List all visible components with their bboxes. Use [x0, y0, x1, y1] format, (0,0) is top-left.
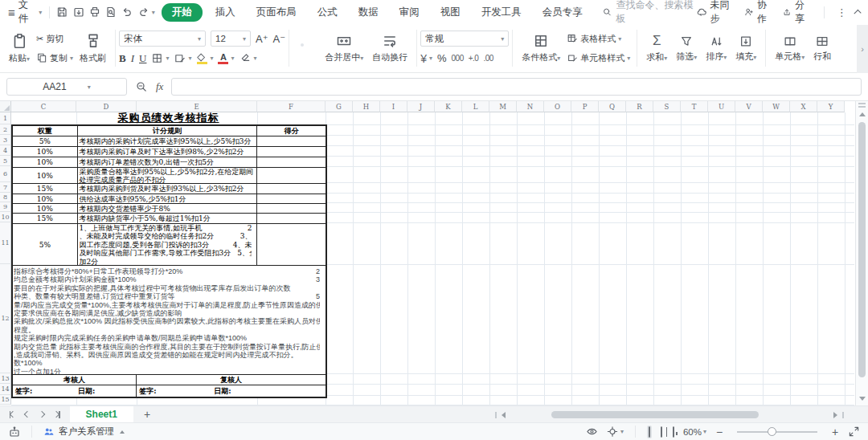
export-button[interactable]: [70, 4, 86, 20]
column-header-V[interactable]: V: [735, 101, 763, 112]
fx-icon[interactable]: fx: [156, 80, 163, 93]
score-cell[interactable]: [257, 157, 326, 167]
weight-cell[interactable]: 10%: [13, 168, 78, 183]
horizontal-scrollbar[interactable]: [494, 411, 845, 418]
row-header-4[interactable]: 4: [0, 145, 11, 156]
page-break-view-button[interactable]: [671, 426, 676, 438]
menu-tab-公式[interactable]: 公式: [309, 3, 346, 22]
rule-cell[interactable]: 考核期内采购订单及时下达率达到98%,少2%扣2分: [78, 147, 258, 157]
thousands-button[interactable]: 000: [452, 51, 464, 66]
split-handle[interactable]: [842, 412, 844, 418]
row-header-1[interactable]: 1: [0, 112, 11, 124]
column-header-X[interactable]: X: [790, 101, 817, 112]
weight-cell[interactable]: 5%: [13, 224, 78, 265]
rule-cell[interactable]: 考核期内交货差错率少于8%: [78, 204, 258, 213]
column-header-L[interactable]: L: [462, 101, 489, 112]
row-header-3[interactable]: 3: [0, 135, 11, 145]
collapse-ribbon-icon[interactable]: [854, 10, 861, 17]
split-handle[interactable]: [858, 106, 866, 108]
font-color-button[interactable]: A▾: [218, 51, 234, 66]
row-header-5[interactable]: 5: [0, 156, 11, 166]
cut-button[interactable]: ✂剪切: [36, 31, 73, 47]
column-header-O[interactable]: O: [544, 101, 571, 112]
fill-color-button[interactable]: ▾: [196, 51, 213, 66]
weight-cell[interactable]: 5%: [13, 136, 78, 146]
share-button[interactable]: 分享: [782, 0, 812, 26]
align-bottom-button[interactable]: [305, 43, 309, 47]
sheet-tab-sheet1[interactable]: Sheet1: [70, 406, 133, 422]
score-cell[interactable]: [257, 136, 326, 146]
justify-button[interactable]: [310, 51, 313, 54]
cells-button[interactable]: 单元格▾: [772, 33, 807, 64]
filter-button[interactable]: 筛选▾: [674, 33, 699, 64]
bold-button[interactable]: B: [119, 52, 126, 65]
borders-button[interactable]: ▾: [151, 51, 169, 66]
menu-tab-数据[interactable]: 数据: [350, 3, 387, 22]
column-header-W[interactable]: W: [763, 101, 790, 112]
command-search[interactable]: 查找命令、搜索模板: [602, 0, 696, 26]
paste-button[interactable]: 粘贴▾: [6, 31, 32, 66]
row-header-15[interactable]: 15: [0, 395, 11, 405]
column-header-M[interactable]: M: [489, 101, 517, 112]
column-header-P[interactable]: P: [571, 101, 599, 112]
copy-button[interactable]: 复制▾: [36, 51, 73, 66]
number-format-select[interactable]: 常规▾: [420, 31, 509, 47]
eye-protection-icon[interactable]: [585, 426, 599, 438]
score-cell[interactable]: [257, 184, 326, 194]
crm-widget[interactable]: 客户关系管理: [43, 426, 125, 438]
normal-view-button[interactable]: [647, 426, 652, 438]
rule-cell[interactable]: 供给达成率达到95%,少5%扣1分: [78, 194, 258, 203]
font-name-select[interactable]: 宋体▾: [119, 31, 206, 47]
column-header-R[interactable]: R: [626, 101, 653, 112]
row-header-10[interactable]: 10: [0, 212, 11, 222]
sheet-grid[interactable]: CDEFGHIJKLMNOPQRSTUVWXY 1234567891011121…: [0, 101, 868, 405]
score-cell[interactable]: [257, 194, 326, 203]
collaborate-button[interactable]: 协作: [743, 0, 774, 26]
score-cell[interactable]: [257, 214, 326, 223]
select-all-corner[interactable]: [0, 101, 11, 112]
examiner-cell[interactable]: 考核人: [13, 375, 137, 385]
sync-status[interactable]: 未同步: [696, 0, 735, 26]
redo-button[interactable]: [135, 4, 151, 20]
sum-button[interactable]: Σ求和▾: [644, 31, 669, 65]
formula-input[interactable]: [171, 78, 862, 96]
name-box[interactable]: AA21▾: [6, 78, 127, 96]
prev-sheet-button[interactable]: [25, 412, 30, 417]
weight-cell[interactable]: 10%: [13, 147, 78, 157]
split-handle[interactable]: [495, 412, 497, 418]
notes-cell[interactable]: 指标综合考核得分*80%+日常工作表现领导打分*20%2均总金额考核期内计划采购…: [13, 266, 326, 374]
scroll-left-icon[interactable]: [502, 412, 506, 418]
column-header-Y[interactable]: Y: [817, 101, 845, 112]
column-header-H[interactable]: H: [353, 101, 380, 112]
split-handle[interactable]: [858, 103, 866, 104]
column-header-F[interactable]: F: [257, 101, 326, 112]
more-commands-icon[interactable]: ▾: [152, 9, 155, 16]
table-style-button[interactable]: 表格样式▾: [567, 31, 630, 47]
decrease-indent-button[interactable]: [310, 43, 313, 47]
score-cell[interactable]: [257, 147, 326, 157]
page-layout-view-button[interactable]: [659, 426, 664, 438]
column-header-J[interactable]: J: [407, 101, 435, 112]
horizontal-scroll-thumb[interactable]: [551, 411, 760, 418]
next-sheet-button[interactable]: [39, 412, 44, 417]
fullscreen-icon[interactable]: [848, 426, 860, 438]
rule-cell[interactable]: 考核期内的采购计划完成率达到95%以上,少5%扣3分: [78, 136, 258, 146]
scroll-up-icon[interactable]: [859, 112, 866, 116]
column-header-T[interactable]: T: [681, 101, 708, 112]
undo-button[interactable]: [119, 4, 135, 20]
row-header-11[interactable]: 11: [0, 222, 11, 264]
score-cell[interactable]: [257, 224, 326, 265]
row-header-2[interactable]: 2: [0, 124, 11, 135]
percent-button[interactable]: %: [437, 51, 447, 66]
reviewer-cell[interactable]: 复核人: [137, 375, 326, 385]
currency-button[interactable]: ¥▾: [420, 51, 432, 66]
vertical-scrollbar[interactable]: [855, 101, 868, 405]
weight-cell[interactable]: 15%: [13, 214, 78, 223]
add-sheet-button[interactable]: +: [133, 408, 161, 421]
row-header-8[interactable]: 8: [0, 193, 11, 202]
format-painter-button[interactable]: 格式刷: [77, 31, 108, 66]
zoom-slider-thumb[interactable]: [768, 427, 776, 436]
menu-tab-审阅[interactable]: 审阅: [391, 3, 428, 22]
font-size-select[interactable]: 12▾: [211, 31, 251, 47]
increase-font-button[interactable]: A⁺: [256, 34, 268, 44]
